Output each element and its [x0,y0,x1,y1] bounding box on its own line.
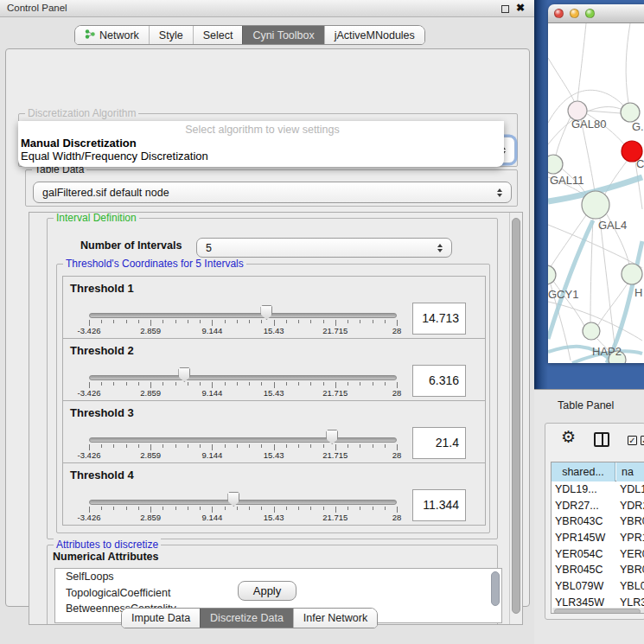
tick-mark [323,382,324,386]
gear-icon[interactable]: ⚙ [561,427,576,447]
dropdown-item[interactable]: Manual Discretization [21,137,504,150]
node-attribute-table[interactable]: shared...na YDL19...YDL1...YDR27...YDR2.… [551,462,644,614]
list-scrollbar[interactable] [491,571,500,606]
network-edge[interactable] [590,219,593,322]
tab-infer-network[interactable]: Infer Network [293,609,377,628]
cell-shared-name: YPR145W [555,530,605,546]
tick-mark [200,444,201,448]
tick-mark [310,320,311,323]
apply-button[interactable]: Apply [238,581,296,601]
tab-cyni-toolbox[interactable]: Cyni Toolbox [242,26,323,44]
threshold-value-field[interactable]: 6.316 [412,365,466,397]
dropdown-placeholder-item[interactable]: Select algorithm to view settings [21,123,504,137]
control-panel-titlebar: Control Panel ✖ [0,0,534,17]
close-icon[interactable] [554,9,564,18]
tick-mark [126,320,127,323]
tick-mark [298,507,299,510]
tick-mark [323,507,324,510]
number-of-intervals-combobox[interactable]: 5 [196,238,452,258]
network-edge[interactable] [600,219,615,352]
column-header[interactable]: na [616,462,644,481]
float-window-icon[interactable] [501,5,509,13]
tab-select[interactable]: Select [193,26,243,44]
tick-mark [274,382,275,388]
network-edge[interactable] [577,23,586,101]
table-row[interactable]: YER054CYER0... [552,546,644,563]
tick-mark [212,320,213,326]
tick-mark [373,320,373,323]
table-row[interactable]: YPR145WYPR1... [552,530,644,546]
network-node[interactable] [548,155,563,174]
tick-mark [175,444,176,448]
threshold-row: Threshold 1-3.4262.8599.14415.4321.71528… [62,276,486,339]
tab-jactivemnodules[interactable]: jActiveMNodules [324,26,424,44]
tick-mark [237,444,238,448]
scrollbar-thumb[interactable] [554,609,641,614]
tick-mark [150,444,151,450]
tick-mark [249,320,250,323]
network-node[interactable] [583,322,600,340]
control-panel-tabs: NetworkStyleSelectCyni ToolboxjActiveMNo… [74,25,425,45]
close-icon[interactable]: ✖ [516,2,525,14]
tick-mark [175,507,176,510]
table-row[interactable]: YBL079WYBL0... [552,578,644,595]
threshold-value-field[interactable]: 21.4 [412,427,466,459]
threshold-label: Threshold 2 [70,344,134,357]
interval-definition-group: Interval Definition Number of Intervals … [47,218,498,539]
network-node[interactable] [621,103,640,122]
threshold-value-field[interactable]: 11.344 [412,489,466,521]
zoom-icon[interactable] [585,9,595,18]
table-header: shared...na [552,462,644,481]
tick-mark [261,444,262,448]
slider-track[interactable] [89,313,397,318]
tick-mark [373,507,373,510]
vertical-scrollbar[interactable] [509,213,522,624]
tick-mark [373,382,373,386]
table-rows: YDL19...YDL1...YDR27...YDR2...YBR043CYBR… [552,481,644,608]
tab-style[interactable]: Style [149,26,193,44]
network-node[interactable] [548,265,556,284]
settings-scrollpane: Interval Definition Number of Intervals … [29,212,523,625]
dropdown-item[interactable]: Equal Width/Frequency Discretization [21,150,504,163]
table-row[interactable]: YLR345WYLR3... [552,595,644,608]
tab-label: Infer Network [303,612,367,624]
checkbox-icon[interactable]: ✓ [628,436,637,445]
table-data-combobox[interactable]: galFiltered.sif default node [33,182,512,203]
threshold-value-field[interactable]: 14.713 [412,303,466,335]
checkbox-icon[interactable]: ✓ [641,436,644,445]
tick-mark [360,320,360,323]
tab-impute-data[interactable]: Impute Data [122,609,200,628]
slider-track[interactable] [89,375,397,380]
horizontal-scrollbar[interactable] [552,608,644,614]
cell-shared-name: YBL079W [555,578,603,595]
tick-mark [200,382,201,386]
column-header[interactable]: shared... [552,462,615,481]
network-edge[interactable] [587,111,621,113]
tick-mark [188,444,188,448]
threshold-rows: Threshold 1-3.4262.8599.14415.4321.71528… [62,277,486,526]
network-node[interactable] [582,191,609,219]
network-canvas[interactable]: GAL80G.CGAL11GAL4GCY1HHAP2 [548,23,644,363]
network-edge[interactable] [556,115,571,156]
tick-mark [113,382,114,386]
slider-track[interactable] [89,437,397,443]
tick-mark [385,382,386,386]
tick-mark [373,444,373,448]
split-columns-icon[interactable] [594,432,609,447]
tab-network[interactable]: Network [75,26,149,44]
table-row[interactable]: YDL19...YDL1... [552,481,644,498]
minimize-icon[interactable] [570,9,579,18]
threshold-row: Threshold 2-3.4262.8599.14415.4321.71528… [62,338,486,401]
network-edge[interactable] [549,215,586,270]
tick-mark [323,320,324,323]
tick-mark [274,444,275,450]
table-row[interactable]: YBR043CYBR0... [552,513,644,530]
network-edge[interactable] [626,23,630,103]
table-row[interactable]: YDR27...YDR2... [552,498,644,514]
table-row[interactable]: YBR045CYBR0... [552,562,644,578]
slider-track[interactable] [89,500,397,505]
threshold-coordinates-group: Threshold's Coordinates for 5 Intervals … [56,264,490,533]
scrollbar-thumb[interactable] [512,218,520,614]
tab-discretize-data[interactable]: Discretize Data [200,609,293,628]
network-node[interactable] [622,264,642,284]
